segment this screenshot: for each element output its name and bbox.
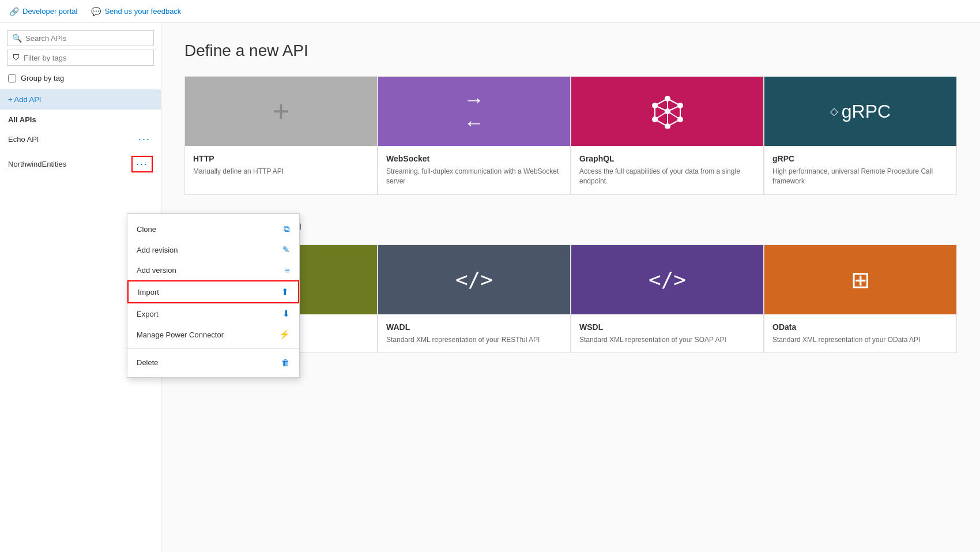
clone-label: Clone [137, 225, 156, 234]
svg-line-10 [655, 119, 668, 126]
page-title: Define a new API [184, 42, 957, 60]
http-card-icon: + [185, 77, 377, 146]
import-label: Import [138, 288, 159, 296]
api-card-odata[interactable]: ⊞ OData Standard XML representation of y… [764, 245, 957, 354]
websocket-card-desc: Streaming, full-duplex communication wit… [386, 167, 562, 186]
echo-api-menu-button[interactable]: ··· [136, 132, 153, 147]
export-icon: ⬇ [282, 309, 290, 319]
api-card-grpc[interactable]: ◇ gRPC gRPC High performance, universal … [764, 76, 957, 195]
feedback-icon: 💬 [91, 7, 101, 16]
http-card-title: HTTP [193, 154, 369, 163]
main-layout: 🔍 ⛉ Group by tag + Add API All APIs Echo… [0, 23, 980, 552]
api-cards-row1: + HTTP Manually define an HTTP API → ← W… [184, 76, 957, 195]
top-bar: 🔗 Developer portal 💬 Send us your feedba… [0, 0, 980, 23]
context-menu-export[interactable]: Export ⬇ [127, 303, 299, 324]
context-menu-delete[interactable]: Delete 🗑 [127, 352, 299, 373]
sidebar: 🔍 ⛉ Group by tag + Add API All APIs Echo… [0, 23, 161, 552]
websocket-card-title: WebSocket [386, 154, 562, 163]
odata-card-desc: Standard XML representation of your ODat… [772, 335, 948, 345]
filter-input[interactable] [24, 54, 149, 62]
clone-icon: ⧉ [284, 224, 290, 234]
api-cards-row2: ⊙ OpenAPI </> WADL Standard XML represen… [184, 245, 957, 354]
wadl-card-icon: </> [378, 245, 570, 314]
delete-label: Delete [137, 358, 159, 367]
plus-icon: + [272, 94, 289, 129]
grpc-card-icon: ◇ gRPC [764, 77, 956, 146]
svg-line-9 [668, 119, 680, 126]
feedback-label: Send us your feedback [104, 7, 181, 16]
graphql-card-desc: Access the full capabilities of your dat… [579, 167, 755, 186]
grpc-label: gRPC [842, 101, 891, 122]
grpc-card-desc: High performance, universal Remote Proce… [772, 167, 948, 186]
svg-line-12 [655, 99, 668, 106]
search-input[interactable] [25, 34, 149, 43]
wsdl-code-icon: </> [649, 268, 686, 291]
delete-icon: 🗑 [281, 358, 290, 367]
northwindentities-label: NorthwindEntities [8, 160, 66, 168]
group-by-tag: Group by tag [0, 70, 161, 89]
grpc-logo-text: ◇ gRPC [830, 101, 891, 122]
group-by-checkbox[interactable] [8, 74, 16, 82]
northwindentities-dots-icon: ··· [134, 157, 150, 171]
import-icon: ⬆ [281, 287, 289, 297]
add-api-button[interactable]: + Add API [0, 89, 161, 110]
sidebar-item-echo-api[interactable]: Echo API ··· [0, 127, 161, 151]
sidebar-item-northwindentities[interactable]: NorthwindEntities ··· [0, 151, 161, 177]
search-icon: 🔍 [12, 33, 22, 43]
all-apis-title: All APIs [0, 110, 161, 127]
api-card-graphql[interactable]: GraphQL Access the full capabilities of … [571, 76, 764, 195]
group-by-label: Group by tag [21, 74, 64, 82]
add-revision-label: Add revision [137, 246, 178, 254]
add-version-label: Add version [137, 266, 176, 275]
context-menu: Clone ⧉ Add revision ✎ Add version ≡ Imp… [127, 213, 300, 378]
context-menu-add-revision[interactable]: Add revision ✎ [127, 239, 299, 260]
context-menu-divider [127, 348, 299, 349]
api-card-wsdl[interactable]: </> WSDL Standard XML representation of … [571, 245, 764, 354]
svg-line-14 [668, 106, 680, 111]
odata-card-icon: ⊞ [764, 245, 956, 314]
svg-line-18 [655, 106, 668, 111]
wsdl-card-title: WSDL [579, 322, 755, 332]
wsdl-card-icon: </> [571, 245, 763, 314]
context-menu-manage-power-connector[interactable]: Manage Power Connector ⚡ [127, 324, 299, 345]
context-menu-add-version[interactable]: Add version ≡ [127, 260, 299, 280]
svg-line-7 [668, 99, 680, 106]
svg-line-15 [668, 111, 680, 119]
power-connector-icon: ⚡ [279, 329, 290, 340]
api-card-http[interactable]: + HTTP Manually define an HTTP API [184, 76, 378, 195]
http-card-desc: Manually define an HTTP API [193, 167, 369, 177]
export-label: Export [137, 310, 159, 318]
section-subtitle: From From definition [184, 218, 957, 233]
graphql-card-icon [571, 77, 763, 146]
wadl-code-icon: </> [455, 268, 493, 291]
graphql-card-title: GraphQL [579, 154, 755, 163]
search-box[interactable]: 🔍 [7, 30, 154, 46]
wadl-card-desc: Standard XML representation of your REST… [386, 335, 562, 345]
add-revision-icon: ✎ [282, 245, 290, 255]
add-version-icon: ≡ [285, 265, 290, 275]
feedback-link[interactable]: 💬 Send us your feedback [91, 7, 181, 16]
grpc-card-title: gRPC [772, 154, 948, 163]
context-menu-clone[interactable]: Clone ⧉ [127, 219, 299, 239]
filter-icon: ⛉ [12, 53, 20, 62]
wsdl-card-desc: Standard XML representation of your SOAP… [579, 335, 755, 345]
northwindentities-menu-button[interactable]: ··· [131, 156, 153, 172]
websocket-card-icon: → ← [378, 77, 570, 146]
svg-line-17 [655, 111, 668, 119]
api-card-wadl[interactable]: </> WADL Standard XML representation of … [378, 245, 571, 354]
api-card-websocket[interactable]: → ← WebSocket Streaming, full-duplex com… [378, 76, 571, 195]
context-menu-import[interactable]: Import ⬆ [127, 280, 299, 303]
developer-portal-link[interactable]: 🔗 Developer portal [9, 7, 77, 16]
grpc-diamond-icon: ◇ [830, 105, 838, 118]
graphql-logo-svg [650, 94, 685, 129]
echo-api-label: Echo API [8, 135, 39, 144]
external-link-icon: 🔗 [9, 7, 19, 16]
ws-arrows-icon: → ← [464, 89, 485, 133]
odata-table-icon: ⊞ [851, 266, 870, 293]
add-api-label: + Add API [8, 95, 41, 104]
odata-card-title: OData [772, 322, 948, 332]
manage-power-connector-label: Manage Power Connector [137, 331, 224, 339]
developer-portal-label: Developer portal [22, 7, 77, 16]
filter-box[interactable]: ⛉ [7, 50, 154, 66]
wadl-card-title: WADL [386, 322, 562, 332]
